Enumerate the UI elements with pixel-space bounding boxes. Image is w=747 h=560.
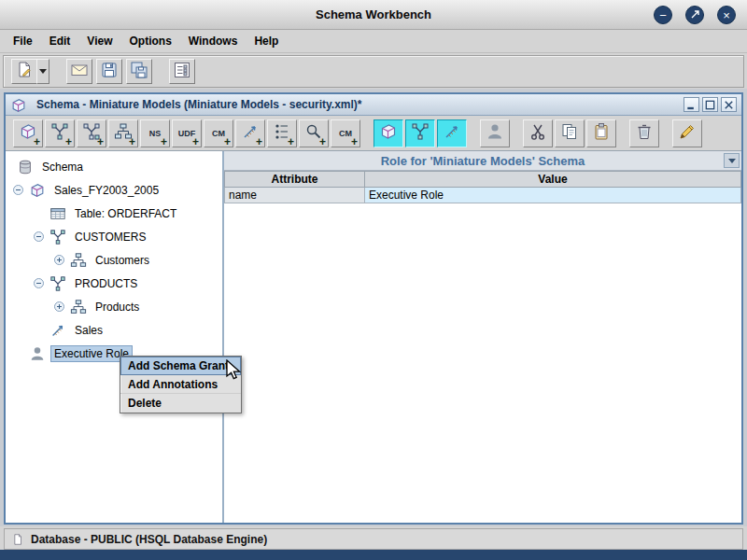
menu-view[interactable]: View [78,32,120,50]
tree-label: Table: ORDERFACT [72,206,179,221]
table-row: nameExecutive Role [225,188,741,203]
tree-item-customers[interactable]: CUSTOMERS [6,225,222,248]
plus-overlay-icon: + [161,136,167,147]
preferences-group [169,59,195,84]
table-icon [49,205,66,222]
envelope-icon [70,61,89,82]
detail-header: Role for 'Miniature Models' Schema [224,151,741,171]
paste-button[interactable] [586,119,616,147]
toggle-cube-button[interactable] [374,119,403,147]
internal-frame-body: SchemaSales_FY2003_2005Table: ORDERFACTC… [6,151,741,523]
tree-expand-handle[interactable] [34,231,44,242]
window-titlebar[interactable]: Schema Workbench − × [0,0,747,30]
status-text: Database - PUBLIC (HSQL Database Engine) [31,533,267,546]
maximize-button[interactable] [685,6,704,24]
save-button[interactable] [96,59,122,84]
column-header-attribute[interactable]: Attribute [225,172,365,188]
measure-icon [49,322,66,339]
mouse-cursor [223,359,244,382]
internal-maximize-button[interactable] [702,97,718,112]
window-bottom-border [0,550,747,560]
add-dimension-usage-button[interactable]: + [77,119,106,147]
menu-item-delete[interactable]: Delete [120,394,241,413]
person-icon [486,122,504,144]
measure-icon [443,122,461,144]
tree-label: Sales_FY2003_2005 [51,183,162,198]
new-schema-button[interactable] [11,59,37,84]
add-calculated-member-label: CM [212,129,225,138]
value-cell[interactable]: Executive Role [365,188,741,203]
save-as-button[interactable] [126,59,152,84]
menu-windows[interactable]: Windows [180,32,247,50]
tree-item-products[interactable]: PRODUCTS [6,272,222,295]
tree-item-sales[interactable]: Sales [6,318,222,342]
tree-expand-handle[interactable] [54,301,64,312]
copy-button[interactable] [555,119,585,147]
add-named-set-button[interactable]: NS+ [140,119,170,147]
add-virtual-calculated-member-button[interactable]: CM+ [331,119,360,147]
detail-header-title: Role for 'Miniature Models' Schema [224,154,741,168]
prefs-icon [173,61,191,82]
internal-minimize-icon [685,99,698,111]
add-measure-button[interactable]: + [235,119,265,147]
menu-options[interactable]: Options [120,32,179,50]
tree-item-customers[interactable]: Customers [6,248,222,272]
copy-icon [560,122,579,144]
attribute-cell[interactable]: name [225,188,365,203]
plus-overlay-icon: + [351,136,358,147]
preferences-button[interactable] [169,59,195,84]
plus-overlay-icon: + [288,136,294,147]
add-user-defined-function-button[interactable]: UDF+ [172,119,202,147]
tree-expand-handle[interactable] [54,255,64,265]
toggle-measure-button[interactable] [437,119,467,147]
new-schema-dropdown-button[interactable] [36,59,49,84]
save-group [96,59,122,84]
add-level-button[interactable]: + [267,119,297,147]
minimize-button[interactable]: − [654,6,672,24]
cube-icon [29,182,46,199]
toggle-dimension-button[interactable] [405,119,435,147]
internal-frame-titlebar[interactable]: Schema - Miniature Models (Miniature Mod… [6,94,741,116]
close-button[interactable]: × [717,6,736,24]
new-schema-group [11,59,49,84]
menu-edit[interactable]: Edit [41,32,79,50]
tree-item-table-orderfact[interactable]: Table: ORDERFACT [6,202,222,225]
plus-overlay-icon: + [256,136,262,147]
tree-expand-handle[interactable] [13,185,23,195]
chevron-down-icon [728,159,736,163]
cut-button[interactable] [523,119,553,147]
tree-expand-handle[interactable] [34,278,44,288]
column-header-value[interactable]: Value [365,172,741,188]
add-cube-button[interactable]: + [13,119,43,147]
internal-close-button[interactable] [721,97,737,112]
dimension-icon [49,229,66,245]
menubar: FileEditViewOptionsWindowsHelp [0,30,747,53]
add-named-set-label: NS [149,129,162,138]
new-doc-icon [15,61,34,82]
tree-item-sales-fy2003-2005[interactable]: Sales_FY2003_2005 [6,178,222,202]
add-property-button[interactable]: + [299,119,329,147]
tree-label: Customers [92,253,152,268]
internal-minimize-button[interactable] [684,97,699,112]
open-button[interactable] [66,59,92,84]
open-group [66,59,92,84]
tree-item-schema[interactable]: Schema [6,155,222,178]
add-role-button[interactable] [480,119,510,147]
schema-workbench-window: { "window": { "title": "Schema Workbench… [0,0,747,560]
add-calculated-member-button[interactable]: CM+ [204,119,233,147]
window-controls: − × [654,6,736,24]
edit-button[interactable] [672,119,702,147]
delete-button[interactable] [629,119,659,147]
tree-label: CUSTOMERS [72,230,148,245]
add-hierarchy-button[interactable]: + [108,119,138,147]
tree-label: Products [92,300,142,315]
dimension-icon [49,275,66,292]
cube-icon [379,122,398,144]
menu-help[interactable]: Help [246,32,287,50]
close-icon: × [723,9,730,21]
database-icon [17,159,34,175]
header-dropdown-button[interactable] [724,153,740,168]
menu-file[interactable]: File [5,32,41,50]
tree-item-products[interactable]: Products [6,295,222,318]
add-dimension-button[interactable]: + [45,119,75,147]
